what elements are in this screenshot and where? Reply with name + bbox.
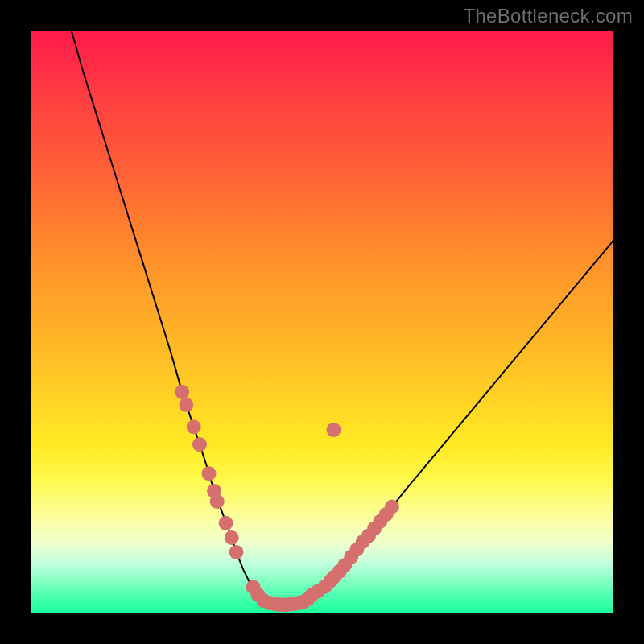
data-point [210,494,225,509]
data-point [187,419,201,434]
data-point [219,516,233,530]
data-point [192,437,207,452]
data-point [175,385,189,399]
plot-area [31,31,613,613]
data-point [202,466,217,481]
watermark-text: TheBottleneck.com [463,5,633,27]
marker-dots [175,385,399,612]
chart-svg [31,31,613,613]
data-point [179,398,193,412]
data-point [229,545,244,559]
data-point [326,423,341,437]
chart-frame: TheBottleneck.com [0,0,644,644]
data-point [385,500,399,514]
data-point [225,530,239,545]
bottleneck-curve [72,31,613,605]
